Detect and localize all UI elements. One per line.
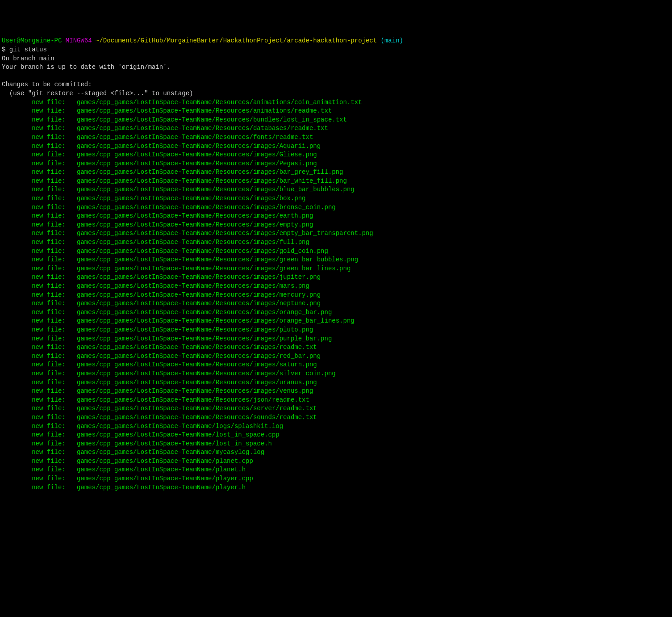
- staged-file-line: new file: games/cpp_games/LostInSpace-Te…: [2, 440, 272, 447]
- staged-file-line: new file: games/cpp_games/LostInSpace-Te…: [2, 107, 332, 114]
- staged-file-line: new file: games/cpp_games/LostInSpace-Te…: [2, 484, 246, 491]
- prompt-line: User@Morgaine-PC MINGW64 ~/Documents/Git…: [2, 37, 403, 44]
- up-to-date-line: Your branch is up to date with 'origin/m…: [2, 63, 171, 71]
- command-line: $ git status: [2, 46, 47, 53]
- staged-file-line: new file: games/cpp_games/LostInSpace-Te…: [2, 186, 355, 193]
- staged-file-line: new file: games/cpp_games/LostInSpace-Te…: [2, 204, 336, 211]
- staged-file-line: new file: games/cpp_games/LostInSpace-Te…: [2, 282, 309, 290]
- staged-file-line: new file: games/cpp_games/LostInSpace-Te…: [2, 458, 253, 465]
- staged-file-line: new file: games/cpp_games/LostInSpace-Te…: [2, 405, 317, 412]
- prompt-symbol: $: [2, 46, 9, 53]
- staged-file-line: new file: games/cpp_games/LostInSpace-Te…: [2, 151, 317, 158]
- staged-file-line: new file: games/cpp_games/LostInSpace-Te…: [2, 370, 336, 377]
- staged-file-line: new file: games/cpp_games/LostInSpace-Te…: [2, 475, 253, 482]
- staged-file-line: new file: games/cpp_games/LostInSpace-Te…: [2, 300, 321, 307]
- on-branch-line: On branch main: [2, 55, 54, 62]
- staged-file-line: new file: games/cpp_games/LostInSpace-Te…: [2, 449, 264, 456]
- staged-file-line: new file: games/cpp_games/LostInSpace-Te…: [2, 195, 306, 202]
- staged-file-line: new file: games/cpp_games/LostInSpace-Te…: [2, 160, 317, 167]
- staged-file-line: new file: games/cpp_games/LostInSpace-Te…: [2, 248, 328, 255]
- staged-file-line: new file: games/cpp_games/LostInSpace-Te…: [2, 326, 313, 333]
- staged-file-line: new file: games/cpp_games/LostInSpace-Te…: [2, 99, 362, 106]
- staged-file-line: new file: games/cpp_games/LostInSpace-Te…: [2, 177, 347, 185]
- staged-file-line: new file: games/cpp_games/LostInSpace-Te…: [2, 335, 332, 342]
- prompt-path: ~/Documents/GitHub/MorgaineBarter/Hackat…: [92, 37, 377, 44]
- staged-file-line: new file: games/cpp_games/LostInSpace-Te…: [2, 317, 355, 324]
- staged-file-line: new file: games/cpp_games/LostInSpace-Te…: [2, 396, 309, 403]
- staged-file-line: new file: games/cpp_games/LostInSpace-Te…: [2, 291, 321, 298]
- staged-file-line: new file: games/cpp_games/LostInSpace-Te…: [2, 309, 332, 316]
- branch-open: (: [377, 37, 384, 44]
- staged-file-line: new file: games/cpp_games/LostInSpace-Te…: [2, 221, 313, 228]
- staged-file-line: new file: games/cpp_games/LostInSpace-Te…: [2, 143, 321, 150]
- command-text: git status: [9, 46, 47, 53]
- branch-close: ): [400, 37, 403, 44]
- changes-header: Changes to be committed:: [2, 81, 92, 88]
- staged-file-line: new file: games/cpp_games/LostInSpace-Te…: [2, 387, 313, 395]
- staged-file-line: new file: games/cpp_games/LostInSpace-Te…: [2, 361, 317, 368]
- staged-file-line: new file: games/cpp_games/LostInSpace-Te…: [2, 125, 328, 132]
- prompt-user: User@Morgaine-PC: [2, 37, 62, 44]
- staged-file-line: new file: games/cpp_games/LostInSpace-Te…: [2, 431, 280, 438]
- staged-file-line: new file: games/cpp_games/LostInSpace-Te…: [2, 116, 347, 123]
- staged-file-line: new file: games/cpp_games/LostInSpace-Te…: [2, 379, 317, 386]
- staged-file-line: new file: games/cpp_games/LostInSpace-Te…: [2, 212, 313, 219]
- prompt-branch: main: [384, 37, 400, 44]
- staged-file-line: new file: games/cpp_games/LostInSpace-Te…: [2, 273, 321, 281]
- staged-file-line: new file: games/cpp_games/LostInSpace-Te…: [2, 168, 343, 176]
- staged-file-line: new file: games/cpp_games/LostInSpace-Te…: [2, 423, 283, 430]
- prompt-shell: MINGW64: [62, 37, 92, 44]
- staged-file-line: new file: games/cpp_games/LostInSpace-Te…: [2, 414, 317, 421]
- staged-file-line: new file: games/cpp_games/LostInSpace-Te…: [2, 353, 321, 360]
- unstage-hint: (use "git restore --staged <file>..." to…: [2, 90, 193, 97]
- staged-file-line: new file: games/cpp_games/LostInSpace-Te…: [2, 230, 373, 237]
- staged-file-line: new file: games/cpp_games/LostInSpace-Te…: [2, 344, 317, 351]
- staged-file-line: new file: games/cpp_games/LostInSpace-Te…: [2, 239, 309, 246]
- staged-files-list: new file: games/cpp_games/LostInSpace-Te…: [2, 98, 670, 492]
- staged-file-line: new file: games/cpp_games/LostInSpace-Te…: [2, 466, 246, 473]
- staged-file-line: new file: games/cpp_games/LostInSpace-Te…: [2, 134, 313, 141]
- terminal-output[interactable]: User@Morgaine-PC MINGW64 ~/Documents/Git…: [2, 37, 670, 492]
- staged-file-line: new file: games/cpp_games/LostInSpace-Te…: [2, 256, 358, 263]
- staged-file-line: new file: games/cpp_games/LostInSpace-Te…: [2, 265, 351, 272]
